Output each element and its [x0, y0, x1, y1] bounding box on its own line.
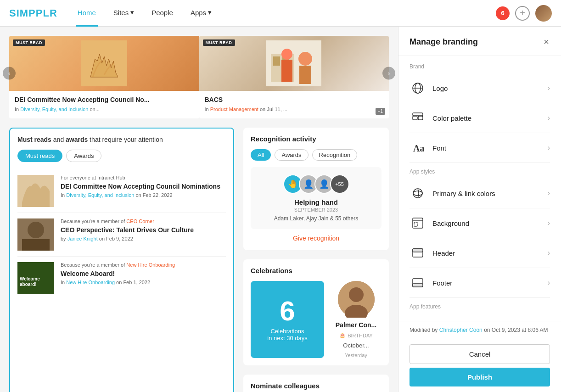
branding-item-footer[interactable]: Footer › [410, 268, 550, 298]
must-reads-header: Must reads and awards that require your … [17, 136, 226, 143]
article-thumb-1 [17, 175, 54, 207]
rec-avatar-more: +55 [330, 174, 349, 194]
branding-item-font[interactable]: Aa Font › [410, 133, 550, 163]
brand-section-label: Brand [410, 63, 550, 70]
main-nav: Home Sites ▾ People Apps ▾ [76, 0, 496, 27]
background-icon [410, 215, 426, 231]
must-read-badge-2: MUST READ [203, 39, 235, 46]
svg-rect-24 [413, 113, 423, 116]
publish-button[interactable]: Publish [410, 368, 550, 386]
chevron-right-icon-6: › [548, 249, 550, 257]
svg-rect-6 [299, 66, 311, 84]
article-meta-1: In Diversity, Equity, and Inclusion on F… [61, 192, 226, 198]
article-context-link-2[interactable]: CEO Corner [126, 218, 154, 224]
svg-point-11 [28, 222, 44, 238]
main-container: ‹ MUST READ DEI Committee Now Accepting … [0, 27, 561, 392]
featured-card-2[interactable]: MUST READ +1 BACS In Product Management … [199, 36, 389, 118]
svg-text:Welcome: Welcome [20, 276, 40, 281]
chevron-right-icon-3: › [548, 144, 550, 152]
article-title-3[interactable]: Welcome Aboard! [61, 269, 226, 278]
sites-dropdown-icon: ▾ [130, 8, 134, 17]
celebrations-count: 6 [280, 297, 295, 325]
person-avatar [338, 281, 375, 318]
featured-card-meta-2: In Product Management on Jul 11, ... [205, 106, 384, 112]
svg-point-7 [281, 49, 292, 60]
article-context-2: Because you're a member of CEO Corner [61, 218, 226, 224]
two-col-layout: Must reads and awards that require your … [9, 128, 389, 392]
branding-title: Manage branding [410, 37, 478, 47]
article-link-1[interactable]: Diversity, Equity, and Inclusion [66, 192, 134, 198]
cancel-button[interactable]: Cancel [410, 344, 550, 364]
branding-item-background[interactable]: Background › [410, 208, 550, 238]
nav-apps[interactable]: Apps ▾ [189, 0, 213, 27]
article-meta-2: by Janice Knight on Feb 9, 2022 [61, 236, 226, 241]
add-button[interactable]: + [515, 6, 530, 21]
modified-by-link[interactable]: Christopher Coon [439, 327, 482, 333]
filter-recognition[interactable]: Recognition [312, 149, 358, 161]
branding-item-color-palette[interactable]: Color palette › [410, 103, 550, 133]
featured-card-link-1[interactable]: Diversity, Equity, and Inclusion [20, 106, 88, 112]
user-avatar[interactable] [535, 5, 552, 22]
branding-background-label: Background [432, 219, 548, 227]
article-item-3: Welcomeaboard! Because you're a member o… [17, 257, 226, 300]
nav-sites[interactable]: Sites ▾ [112, 0, 136, 27]
featured-card-body-1: DEI Committee Now Accepting Council No..… [9, 91, 199, 118]
chevron-right-icon-4: › [548, 189, 550, 197]
branding-item-logo[interactable]: Logo › [410, 73, 550, 103]
article-context-link-3[interactable]: New Hire Onboarding [126, 262, 175, 268]
person-date: October... [343, 342, 369, 349]
article-meta-3: In New Hire Onboarding on Feb 1, 2022 [61, 280, 226, 285]
plus-badge: +1 [376, 108, 385, 115]
article-title-1[interactable]: DEI Committee Now Accepting Council Nomi… [61, 182, 226, 190]
give-recognition-button[interactable]: Give recognition [251, 229, 381, 243]
recognition-item: 🤚 👤 👤 +55 Helping hand SEPTEMBER 2023 Ad… [251, 167, 381, 229]
chevron-right-icon-5: › [548, 219, 550, 227]
svg-text:aboard!: aboard! [20, 282, 37, 287]
featured-card-link-2[interactable]: Product Management [210, 106, 258, 112]
branding-item-primary-link-colors[interactable]: Primary & link colors › [410, 179, 550, 208]
nominate-title: Nominate colleagues [251, 382, 381, 390]
featured-card-1[interactable]: MUST READ DEI Committee Now Accepting Co… [9, 36, 199, 118]
notification-badge[interactable]: 6 [496, 6, 510, 20]
article-body-2: Because you're a member of CEO Corner CE… [61, 218, 226, 251]
primary-link-colors-icon [410, 185, 426, 202]
color-palette-icon [410, 110, 426, 126]
filter-all[interactable]: All [251, 149, 271, 161]
carousel-next-button[interactable]: › [382, 67, 395, 80]
rec-date: SEPTEMBER 2023 [258, 207, 374, 213]
tab-awards[interactable]: Awards [66, 150, 101, 162]
article-link-3[interactable]: New Hire Onboarding [66, 280, 115, 285]
nav-home[interactable]: Home [76, 0, 98, 27]
featured-carousel: ‹ MUST READ DEI Committee Now Accepting … [9, 36, 389, 118]
svg-rect-23 [418, 116, 423, 120]
celebrations-label: Celebrations in next 30 days [267, 328, 307, 342]
celebration-person: Palmer Con... 🎂 BIRTHDAY October... Yest… [331, 281, 381, 358]
must-reads-tabs: Must reads Awards [17, 150, 226, 162]
font-icon: Aa [410, 140, 426, 156]
person-name: Palmer Con... [336, 321, 376, 329]
branding-item-header[interactable]: Header › [410, 238, 550, 268]
svg-rect-30 [414, 222, 417, 227]
svg-rect-12 [22, 239, 50, 251]
branding-item-alerts[interactable]: Alerts › [410, 314, 550, 321]
featured-card-meta-1: In Diversity, Equity, and Inclusion on..… [15, 106, 194, 112]
content-area: ‹ MUST READ DEI Committee Now Accepting … [0, 27, 398, 392]
article-thumb-3: Welcomeaboard! [17, 262, 54, 294]
rec-award-name: Helping hand [258, 198, 374, 206]
recognition-title: Recognition activity [251, 135, 381, 143]
nav-people[interactable]: People [150, 0, 175, 27]
app-styles-section-label: App styles [410, 168, 550, 175]
filter-awards[interactable]: Awards [275, 149, 308, 161]
svg-rect-32 [413, 249, 423, 252]
tab-must-reads[interactable]: Must reads [17, 150, 62, 162]
carousel-prev-button[interactable]: ‹ [3, 67, 16, 80]
article-link-2[interactable]: Janice Knight [67, 236, 98, 241]
svg-point-27 [413, 191, 422, 196]
article-title-2[interactable]: CEO Perspective: Talent Drives Our Cultu… [61, 226, 226, 234]
right-column: Recognition activity All Awards Recognit… [243, 128, 389, 392]
logo[interactable]: SIMPPLR [9, 7, 57, 19]
svg-point-17 [349, 287, 364, 302]
person-type: 🎂 BIRTHDAY [339, 332, 373, 338]
svg-point-26 [413, 189, 422, 198]
close-branding-button[interactable]: × [543, 36, 550, 48]
